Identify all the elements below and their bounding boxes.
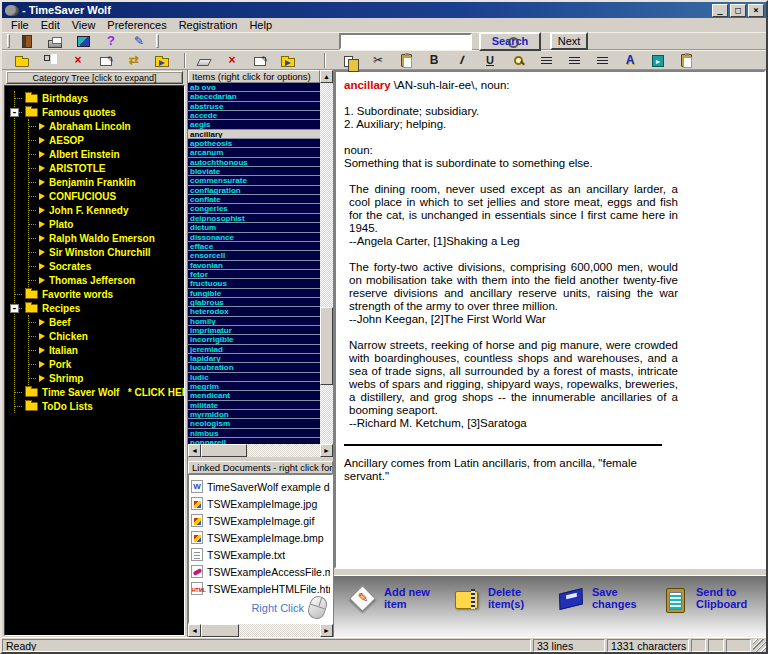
word-list-item[interactable]: ensorcell bbox=[188, 251, 320, 260]
find-icon-button[interactable] bbox=[504, 52, 532, 69]
tree-category[interactable]: -Famous quotes bbox=[15, 105, 184, 119]
word-list-item[interactable]: accede bbox=[188, 111, 320, 120]
definition-editor[interactable]: ancillary \AN-suh-lair-ee\, noun: 1. Sub… bbox=[334, 70, 766, 569]
tree-item[interactable]: AESOP bbox=[29, 133, 184, 147]
word-list-item[interactable]: homily bbox=[188, 317, 320, 326]
tree-item[interactable]: ARISTOTLE bbox=[29, 161, 184, 175]
save-changes-button[interactable]: Save changes bbox=[558, 586, 648, 612]
search-next-button[interactable]: Next bbox=[550, 32, 588, 50]
minimize-button[interactable]: _ bbox=[712, 4, 728, 17]
erase-item-icon-button[interactable] bbox=[190, 52, 218, 69]
search-button[interactable]: Search bbox=[479, 32, 541, 51]
scroll-right-icon[interactable]: ► bbox=[320, 444, 333, 457]
print-icon-button[interactable] bbox=[41, 33, 69, 50]
maximize-button[interactable]: □ bbox=[730, 4, 746, 17]
new-category-icon-button[interactable] bbox=[8, 52, 36, 69]
linked-document-item[interactable]: TSWExampleImage.gif bbox=[191, 512, 330, 529]
word-list-item[interactable]: ludic bbox=[188, 373, 320, 382]
menu-help[interactable]: Help bbox=[243, 19, 278, 32]
tree-item[interactable]: Chicken bbox=[29, 329, 184, 343]
category-tree[interactable]: Birthdays-Famous quotesAbraham LincolnAE… bbox=[4, 85, 185, 636]
word-list-item[interactable]: heterodox bbox=[188, 307, 320, 316]
word-list-item[interactable]: conflagration bbox=[188, 186, 320, 195]
word-list-item[interactable]: autochthonous bbox=[188, 158, 320, 167]
scroll-right-icon[interactable]: ► bbox=[320, 624, 333, 637]
word-list-item[interactable]: congeries bbox=[188, 204, 320, 213]
registration-icon-button[interactable]: ✎ bbox=[125, 33, 153, 50]
delete-item-icon-button[interactable]: × bbox=[218, 52, 246, 69]
scroll-left-icon[interactable]: ◄ bbox=[188, 624, 201, 637]
word-list-item[interactable]: neologism bbox=[188, 419, 320, 428]
search-input[interactable] bbox=[339, 33, 472, 50]
resize-grip[interactable] bbox=[753, 639, 766, 652]
word-list-item[interactable]: lapidary bbox=[188, 354, 320, 363]
tree-item[interactable]: Shrimp bbox=[29, 371, 184, 385]
word-list-item[interactable]: megrim bbox=[188, 382, 320, 391]
category-tree-icon-button[interactable] bbox=[36, 52, 64, 69]
underline-icon-button[interactable]: U bbox=[476, 52, 504, 69]
tree-category[interactable]: ToDo Lists bbox=[15, 399, 184, 413]
word-list-item[interactable]: dissonance bbox=[188, 233, 320, 242]
word-list-item[interactable]: commensurate bbox=[188, 176, 320, 185]
word-list-item[interactable]: deipnosophist bbox=[188, 214, 320, 223]
collapse-toggle-icon[interactable]: - bbox=[10, 304, 19, 313]
scroll-thumb[interactable] bbox=[320, 307, 333, 385]
toolbar-grip[interactable] bbox=[7, 34, 10, 48]
word-list-item[interactable]: abstruse bbox=[188, 102, 320, 111]
align-center-icon-button[interactable] bbox=[560, 52, 588, 69]
help-icon-button[interactable]: ? bbox=[97, 33, 125, 50]
rename-category-icon-button[interactable] bbox=[92, 52, 120, 69]
word-list-item[interactable]: militate bbox=[188, 401, 320, 410]
tree-item[interactable]: Ralph Waldo Emerson bbox=[29, 231, 184, 245]
tree-item[interactable]: Benjamin Franklin bbox=[29, 175, 184, 189]
contacts-icon-button[interactable] bbox=[69, 33, 97, 50]
word-list-item[interactable]: jeremiad bbox=[188, 345, 320, 354]
linked-document-item[interactable]: TSWExampleHTMLFile.html bbox=[191, 580, 330, 597]
word-list-item[interactable]: lucubration bbox=[188, 363, 320, 372]
font-color-icon-button[interactable]: A bbox=[616, 52, 644, 69]
word-list-item[interactable]: abecedarian bbox=[188, 92, 320, 101]
linked-document-item[interactable]: TSWExampleImage.bmp bbox=[191, 529, 330, 546]
word-list-item[interactable]: imprimatur bbox=[188, 326, 320, 335]
linked-horizontal-scrollbar[interactable]: ◄ ► bbox=[188, 624, 333, 637]
word-list-item[interactable]: conflate bbox=[188, 195, 320, 204]
add-new-item-button[interactable]: Add new item bbox=[350, 586, 440, 612]
tree-item[interactable]: Beef bbox=[29, 315, 184, 329]
exit-icon-button[interactable] bbox=[13, 33, 41, 50]
tree-item[interactable]: Italian bbox=[29, 343, 184, 357]
tree-item[interactable]: CONFUCIOUS bbox=[29, 189, 184, 203]
linked-document-item[interactable]: TSWExampleAccessFile.mdb bbox=[191, 563, 330, 580]
word-list-item[interactable]: fructuous bbox=[188, 279, 320, 288]
paste-special-icon-button[interactable] bbox=[392, 52, 420, 69]
cut-icon-button[interactable]: ✂ bbox=[364, 52, 392, 69]
schedule-icon-button[interactable] bbox=[644, 52, 672, 69]
tree-item[interactable]: Albert Einstein bbox=[29, 147, 184, 161]
align-right-icon-button[interactable] bbox=[588, 52, 616, 69]
close-button[interactable]: × bbox=[748, 4, 764, 17]
scroll-thumb[interactable] bbox=[201, 624, 239, 637]
move-category-icon-button[interactable] bbox=[148, 52, 176, 69]
tree-item[interactable]: Thomas Jefferson bbox=[29, 273, 184, 287]
collapse-toggle-icon[interactable]: - bbox=[10, 108, 19, 117]
tree-item[interactable]: Socrates bbox=[29, 259, 184, 273]
category-tree-header-button[interactable]: Category Tree [click to expand] bbox=[6, 71, 183, 84]
tree-category[interactable]: Time Saver Wolf * CLICK HERE* bbox=[15, 385, 184, 399]
menu-view[interactable]: View bbox=[66, 19, 102, 32]
italic-icon-button[interactable]: I bbox=[448, 52, 476, 69]
word-list-item[interactable]: myrmidon bbox=[188, 410, 320, 419]
tree-category[interactable]: Favorite words bbox=[15, 287, 184, 301]
tree-item[interactable]: Plato bbox=[29, 217, 184, 231]
sync-categories-icon-button[interactable]: ⇄ bbox=[120, 52, 148, 69]
word-list-item[interactable]: ab ovo bbox=[188, 83, 320, 92]
tree-item[interactable]: Abraham Lincoln bbox=[29, 119, 184, 133]
word-list-item[interactable]: incorrigible bbox=[188, 335, 320, 344]
word-list-item[interactable]: bloviate bbox=[188, 167, 320, 176]
scroll-up-icon[interactable]: ▲ bbox=[320, 70, 333, 83]
word-list-item[interactable]: glabrous bbox=[188, 298, 320, 307]
menu-file[interactable]: File bbox=[5, 19, 35, 32]
menu-edit[interactable]: Edit bbox=[35, 19, 66, 32]
copy-icon-button[interactable] bbox=[336, 52, 364, 69]
send-to-clipboard-button[interactable]: Send to Clipboard bbox=[662, 586, 752, 612]
menu-preferences[interactable]: Preferences bbox=[101, 19, 172, 32]
word-list-item[interactable]: fetor bbox=[188, 270, 320, 279]
